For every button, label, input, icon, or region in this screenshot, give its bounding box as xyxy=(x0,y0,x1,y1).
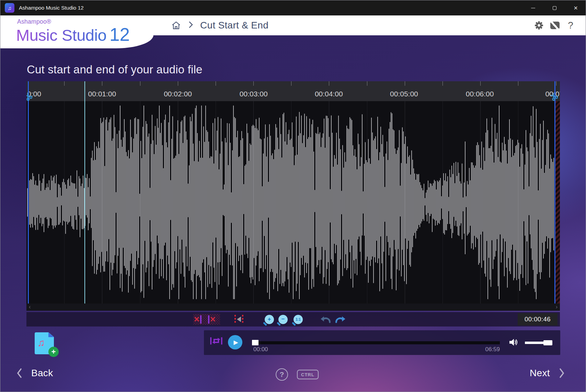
music-note-icon: ♫ xyxy=(8,5,11,11)
ctrl-key-label: CTRL xyxy=(301,372,314,377)
brand-company: Ashampoo® xyxy=(17,19,130,25)
cut-bar-icon xyxy=(208,315,209,324)
progress-handle[interactable] xyxy=(252,340,258,345)
waveform-scrollbar[interactable]: ‹ › xyxy=(26,304,560,311)
chevron-right-icon xyxy=(188,21,193,30)
home-icon[interactable] xyxy=(171,20,182,31)
window-title: Ashampoo Music Studio 12 xyxy=(19,0,84,15)
scroll-left-icon[interactable]: ‹ xyxy=(29,304,31,311)
ruler-time-label: 00:03:00 xyxy=(240,90,268,98)
add-plus-icon: + xyxy=(48,347,59,357)
cut-before-button[interactable]: × xyxy=(194,312,202,326)
ruler-tick xyxy=(405,81,405,86)
question-mark-icon: ? xyxy=(280,370,284,379)
brand-version: 12 xyxy=(110,24,130,45)
ruler-time-label: 00:02:00 xyxy=(164,90,192,98)
back-button[interactable]: Back xyxy=(16,367,53,379)
progress-slider[interactable] xyxy=(252,341,500,344)
timeline-ruler[interactable]: 0:0000:01:0000:02:0000:03:0000:04:0000:0… xyxy=(26,81,560,101)
player-bar: ▶ 00:00 06:59 xyxy=(204,330,560,355)
zoom-reset-button[interactable]: 1:1 xyxy=(294,312,303,326)
play-icon: ▶ xyxy=(233,339,238,346)
brand-product: Music Studio xyxy=(16,26,106,44)
ruler-tick xyxy=(556,81,556,86)
close-icon: × xyxy=(574,4,578,11)
cut-line-icon xyxy=(234,315,236,324)
zoom-in-icon: + xyxy=(265,315,274,324)
waveform-panel: 0:0000:01:0000:02:0000:03:0000:04:0000:0… xyxy=(26,81,560,311)
undo-button[interactable] xyxy=(320,312,332,326)
minimize-icon xyxy=(531,8,535,8)
cut-line-icon xyxy=(242,315,243,324)
volume-handle[interactable] xyxy=(543,340,552,345)
waveform-canvas[interactable] xyxy=(26,101,560,304)
feedback-icon[interactable] xyxy=(549,20,560,31)
zoom-in-button[interactable]: + xyxy=(265,312,274,326)
edit-toolbar: × × + − 1:1 xyxy=(26,312,560,326)
window-controls: × xyxy=(522,0,586,15)
ruler-tick xyxy=(518,81,518,86)
cut-bar-icon xyxy=(200,315,202,324)
current-time-label: 00:00 xyxy=(253,346,268,353)
ruler-time-label: 00:05:00 xyxy=(390,90,418,98)
volume-speaker-icon[interactable] xyxy=(509,338,519,348)
page-title: Cut start and end of your audio file xyxy=(27,63,203,76)
scroll-right-icon[interactable]: › xyxy=(556,304,558,311)
selection-end-marker[interactable] xyxy=(554,81,555,304)
selection-time-value: 00:00:46 xyxy=(525,316,551,323)
next-label: Next xyxy=(530,368,550,379)
maximize-button[interactable] xyxy=(544,0,565,15)
settings-gear-icon[interactable] xyxy=(533,20,544,31)
zoom-out-button[interactable]: − xyxy=(278,312,288,326)
ruler-tick xyxy=(480,81,481,86)
redo-button[interactable] xyxy=(334,312,346,326)
zoom-out-icon: − xyxy=(278,315,288,324)
ruler-tick xyxy=(443,81,443,86)
redo-icon xyxy=(334,314,346,324)
cut-x-icon: × xyxy=(194,315,199,324)
close-button[interactable]: × xyxy=(565,0,586,15)
app-window: ♫ Ashampoo Music Studio 12 × Ashampoo® M… xyxy=(0,0,586,392)
maximize-icon xyxy=(553,6,556,10)
back-label: Back xyxy=(31,368,53,379)
app-icon: ♫ xyxy=(5,3,14,13)
ruler-tick xyxy=(178,81,178,86)
marker-triangle-icon xyxy=(237,317,241,322)
ctrl-key-hint: CTRL xyxy=(297,370,319,379)
selection-start-marker[interactable] xyxy=(28,81,29,304)
ruler-time-label: 00:06:00 xyxy=(466,90,494,98)
zoom-one-to-one-icon: 1:1 xyxy=(294,315,303,324)
feedback-shape xyxy=(550,22,560,29)
next-button[interactable]: Next xyxy=(530,367,565,379)
play-button[interactable]: ▶ xyxy=(228,335,242,349)
ruler-tick xyxy=(253,81,254,86)
minimize-button[interactable] xyxy=(522,0,544,15)
add-file-button[interactable]: ♫ + xyxy=(33,332,59,357)
cut-x-icon: × xyxy=(210,315,216,324)
footer-help-button[interactable]: ? xyxy=(276,368,288,381)
ruler-tick xyxy=(102,81,102,86)
chevron-right-icon xyxy=(559,367,565,379)
trim-selection-button[interactable] xyxy=(234,312,243,326)
ruler-time-label: 00:01:00 xyxy=(88,90,116,98)
chevron-left-icon xyxy=(16,367,22,379)
trimmed-end-region xyxy=(555,101,560,304)
app-logo: Ashampoo® Music Studio12 xyxy=(16,19,130,44)
breadcrumb: Cut Start & End xyxy=(171,15,268,35)
ruler-tick xyxy=(367,81,367,86)
cut-after-button[interactable]: × xyxy=(207,312,216,326)
ruler-tick xyxy=(329,81,329,86)
ruler-tick xyxy=(216,81,216,86)
music-note-icon: ♫ xyxy=(37,337,45,348)
titlebar: ♫ Ashampoo Music Studio 12 × xyxy=(0,0,586,15)
selection-time-display: 00:00:46 xyxy=(518,313,558,325)
ruler-tick xyxy=(140,81,140,86)
waveform-area[interactable] xyxy=(26,101,560,304)
undo-icon xyxy=(320,314,332,324)
playhead[interactable] xyxy=(84,81,85,304)
loop-button[interactable] xyxy=(209,335,223,348)
help-icon[interactable]: ? xyxy=(565,20,576,31)
total-time-label: 06:59 xyxy=(483,346,500,353)
breadcrumb-page-title: Cut Start & End xyxy=(200,20,268,31)
ruler-time-label: 00:04:00 xyxy=(315,90,343,98)
